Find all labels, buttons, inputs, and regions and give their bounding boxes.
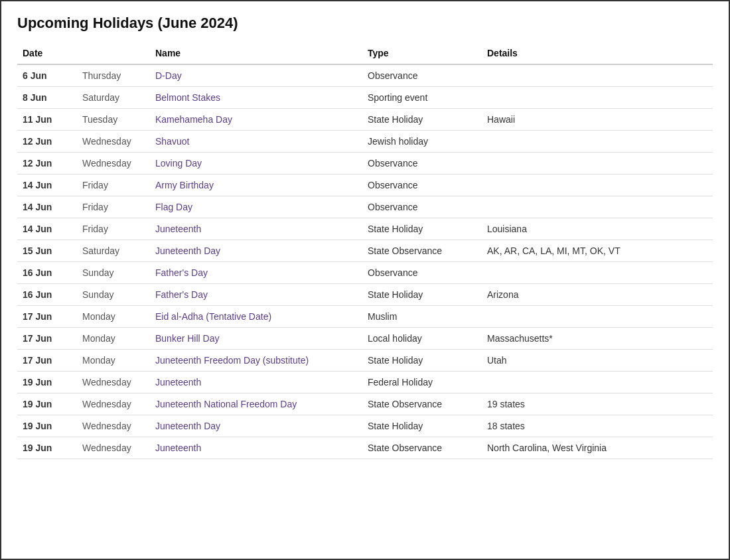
cell-type: State Observance — [362, 437, 482, 459]
header-day — [77, 44, 150, 64]
holiday-link[interactable]: Belmont Stakes — [155, 92, 220, 103]
cell-date: 19 Jun — [17, 415, 77, 437]
holiday-link[interactable]: Juneteenth Day — [155, 245, 220, 256]
cell-name[interactable]: Bunker Hill Day — [150, 328, 362, 350]
cell-day: Monday — [77, 328, 150, 350]
cell-date: 14 Jun — [17, 196, 77, 218]
holiday-link[interactable]: Bunker Hill Day — [155, 333, 219, 344]
cell-name[interactable]: Juneteenth — [150, 372, 362, 393]
cell-type: Observance — [362, 175, 482, 196]
holiday-link[interactable]: Father's Day — [155, 267, 208, 278]
cell-details: AK, AR, CA, LA, MI, MT, OK, VT — [482, 240, 713, 262]
table-header-row: Date Name Type Details — [17, 44, 713, 64]
cell-details: Massachusetts* — [482, 328, 713, 350]
cell-day: Wednesday — [77, 153, 150, 175]
cell-name[interactable]: Juneteenth Day — [150, 240, 362, 262]
cell-details: 19 states — [482, 393, 713, 415]
cell-details — [482, 196, 713, 218]
cell-type: State Holiday — [362, 218, 482, 240]
table-row: 14 JunFridayFlag DayObservance — [17, 196, 713, 218]
holiday-link[interactable]: Flag Day — [155, 202, 192, 212]
cell-type: Observance — [362, 153, 482, 175]
holiday-link[interactable]: Juneteenth — [155, 377, 201, 387]
page-title: Upcoming Holidays (June 2024) — [17, 15, 713, 32]
cell-name[interactable]: Juneteenth — [150, 218, 362, 240]
cell-name[interactable]: Juneteenth National Freedom Day — [150, 393, 362, 415]
cell-details — [482, 131, 713, 153]
cell-name[interactable]: Loving Day — [150, 153, 362, 175]
cell-type: State Holiday — [362, 284, 482, 306]
cell-name[interactable]: Army Birthday — [150, 175, 362, 196]
cell-date: 11 Jun — [17, 109, 77, 131]
cell-type: Jewish holiday — [362, 131, 482, 153]
cell-type: State Holiday — [362, 350, 482, 372]
cell-details — [482, 175, 713, 196]
table-row: 11 JunTuesdayKamehameha DayState Holiday… — [17, 109, 713, 131]
cell-day: Saturday — [77, 240, 150, 262]
holiday-link[interactable]: D-Day — [155, 70, 182, 81]
holiday-link[interactable]: Kamehameha Day — [155, 114, 232, 125]
cell-day: Tuesday — [77, 109, 150, 131]
holiday-link[interactable]: Juneteenth Day — [155, 421, 220, 431]
cell-type: Muslim — [362, 306, 482, 328]
table-row: 17 JunMondayEid al-Adha (Tentative Date)… — [17, 306, 713, 328]
holiday-link[interactable]: Juneteenth — [155, 443, 201, 453]
cell-details: Arizona — [482, 284, 713, 306]
cell-date: 14 Jun — [17, 175, 77, 196]
cell-day: Friday — [77, 196, 150, 218]
cell-name[interactable]: Father's Day — [150, 262, 362, 284]
cell-name[interactable]: Shavuot — [150, 131, 362, 153]
cell-day: Monday — [77, 306, 150, 328]
header-date: Date — [17, 44, 77, 64]
table-row: 17 JunMondayJuneteenth Freedom Day (subs… — [17, 350, 713, 372]
cell-details: North Carolina, West Virginia — [482, 437, 713, 459]
holiday-link[interactable]: Father's Day — [155, 289, 208, 300]
cell-day: Friday — [77, 218, 150, 240]
cell-day: Friday — [77, 175, 150, 196]
cell-type: State Observance — [362, 393, 482, 415]
holiday-link[interactable]: Shavuot — [155, 136, 189, 147]
cell-date: 6 Jun — [17, 64, 77, 87]
cell-name[interactable]: Juneteenth Freedom Day (substitute) — [150, 350, 362, 372]
cell-name[interactable]: Juneteenth — [150, 437, 362, 459]
table-row: 19 JunWednesdayJuneteenthState Observanc… — [17, 437, 713, 459]
cell-day: Wednesday — [77, 437, 150, 459]
header-name: Name — [150, 44, 362, 64]
header-type: Type — [362, 44, 482, 64]
holiday-link[interactable]: Army Birthday — [155, 180, 214, 190]
cell-name[interactable]: D-Day — [150, 64, 362, 87]
table-row: 8 JunSaturdayBelmont StakesSporting even… — [17, 87, 713, 109]
table-row: 17 JunMondayBunker Hill DayLocal holiday… — [17, 328, 713, 350]
cell-name[interactable]: Belmont Stakes — [150, 87, 362, 109]
table-row: 14 JunFridayJuneteenthState HolidayLouis… — [17, 218, 713, 240]
holiday-link[interactable]: Loving Day — [155, 158, 202, 169]
cell-details: Utah — [482, 350, 713, 372]
cell-date: 19 Jun — [17, 372, 77, 393]
table-row: 19 JunWednesdayJuneteenthFederal Holiday — [17, 372, 713, 393]
cell-day: Thursday — [77, 64, 150, 87]
cell-day: Wednesday — [77, 372, 150, 393]
cell-name[interactable]: Flag Day — [150, 196, 362, 218]
header-details: Details — [482, 44, 713, 64]
cell-type: Observance — [362, 64, 482, 87]
cell-day: Wednesday — [77, 131, 150, 153]
cell-type: Sporting event — [362, 87, 482, 109]
cell-date: 15 Jun — [17, 240, 77, 262]
holiday-link[interactable]: Juneteenth Freedom Day (substitute) — [155, 355, 309, 366]
cell-name[interactable]: Eid al-Adha (Tentative Date) — [150, 306, 362, 328]
table-row: 12 JunWednesdayShavuotJewish holiday — [17, 131, 713, 153]
holiday-link[interactable]: Juneteenth — [155, 224, 201, 234]
cell-details — [482, 64, 713, 87]
cell-name[interactable]: Father's Day — [150, 284, 362, 306]
cell-type: Local holiday — [362, 328, 482, 350]
cell-name[interactable]: Kamehameha Day — [150, 109, 362, 131]
cell-details: Hawaii — [482, 109, 713, 131]
cell-day: Saturday — [77, 87, 150, 109]
holiday-link[interactable]: Juneteenth National Freedom Day — [155, 399, 297, 409]
cell-details — [482, 153, 713, 175]
cell-day: Sunday — [77, 284, 150, 306]
holiday-link[interactable]: Eid al-Adha (Tentative Date) — [155, 311, 271, 322]
cell-type: Observance — [362, 196, 482, 218]
cell-name[interactable]: Juneteenth Day — [150, 415, 362, 437]
cell-type: Observance — [362, 262, 482, 284]
